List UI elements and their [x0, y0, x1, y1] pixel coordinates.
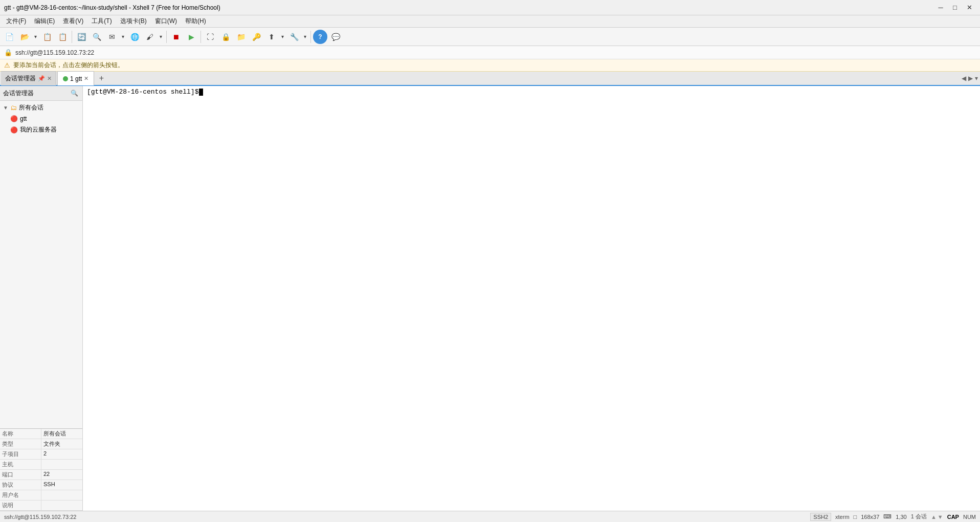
status-left: ssh://gtt@115.159.102.73:22 [4, 514, 76, 520]
menu-item-窗口W[interactable]: 窗口(W) [151, 16, 181, 27]
tab-1-label: 1 gtt [70, 75, 82, 82]
menu-item-文件F[interactable]: 文件(F) [2, 16, 30, 27]
separator-1 [72, 31, 72, 43]
maximize-button[interactable]: □ [948, 3, 962, 13]
main-content: 会话管理器 🔍 ▼ 🗂 所有会话 🔴 gtt 🔴 我的云服务器 名 [0, 86, 980, 511]
title-text: gtt - gtt@VM-28-16-centos:~/linux-study/… [4, 4, 220, 11]
menu-item-查看V[interactable]: 查看(V) [59, 16, 87, 27]
prompt-text: [gtt@VM-28-16-centos shell]$ [87, 88, 198, 96]
keyboard-icon: ⌨ [883, 513, 892, 520]
properties-table: 名称所有会话类型文件夹子项目2主机端口22协议SSH用户名说明 [0, 429, 82, 511]
status-right: SSH2 xterm □ 168x37 ⌨ 1,30 1 会话 ▲ ▼ CAP … [810, 513, 976, 521]
toolbar: 📄 📂 ▾ 📋 📋 🔄 🔍 ✉ ▾ 🌐 🖌 ▾ ⏹ ▶ ⛶ 🔒 📁 🔑 ⬆ ▾ … [0, 28, 980, 46]
record-button[interactable]: ▶ [184, 30, 198, 44]
status-num: NUM [963, 514, 976, 520]
tree-area: ▼ 🗂 所有会话 🔴 gtt 🔴 我的云服务器 [0, 101, 82, 428]
prop-key-类型: 类型 [0, 439, 41, 449]
new-session-button[interactable]: 📄 [2, 30, 16, 44]
status-arrows: ▲ ▼ [931, 514, 943, 520]
prop-value-说明 [41, 501, 83, 511]
tools-button[interactable]: 🔧 [287, 30, 301, 44]
comment-button[interactable]: 💬 [328, 30, 343, 44]
open-button[interactable]: 📂 [17, 30, 32, 44]
globe-button[interactable]: 🌐 [127, 30, 142, 44]
prop-value-名称: 所有会话 [41, 429, 83, 439]
transfer-button[interactable]: ⬆ [264, 30, 279, 44]
fullscreen-button[interactable]: ⛶ [203, 30, 217, 44]
tools-dropdown[interactable]: ▾ [301, 30, 308, 44]
terminal-prompt: [gtt@VM-28-16-centos shell]$ [87, 88, 976, 96]
tab-1-close[interactable]: ✕ [84, 75, 88, 82]
prop-value-子项目: 2 [41, 449, 83, 460]
globe-group: 🌐 [127, 30, 142, 44]
separator-4 [310, 31, 311, 43]
pin-icon[interactable]: 📌 [38, 75, 45, 82]
tab-scroll-left[interactable]: ◀ [962, 75, 966, 82]
prop-value-协议: SSH [41, 480, 83, 490]
terminal-area[interactable]: [gtt@VM-28-16-centos shell]$ [83, 86, 980, 511]
transfer-group: ⬆ ▾ [264, 30, 286, 44]
tree-node-all-sessions[interactable]: ▼ 🗂 所有会话 [0, 102, 82, 114]
paste-button[interactable]: 📋 [55, 30, 70, 44]
status-position: 1,30 [896, 514, 906, 520]
session-manager-tab[interactable]: 会话管理器 📌 ✕ [1, 71, 56, 85]
window-controls: ─ □ ✕ [934, 3, 976, 13]
separator-2 [166, 31, 167, 43]
menu-item-选项卡B[interactable]: 选项卡(B) [116, 16, 151, 27]
close-button[interactable]: ✕ [963, 3, 976, 13]
brush-button[interactable]: 🖌 [143, 30, 157, 44]
prop-key-主机: 主机 [0, 460, 41, 470]
prop-value-用户名 [41, 490, 83, 501]
info-icon: ⚠ [4, 61, 10, 69]
tree-node-cloud-servers[interactable]: 🔴 我的云服务器 [0, 124, 82, 136]
menu-item-编辑E[interactable]: 编辑(E) [30, 16, 59, 27]
prop-key-子项目: 子项目 [0, 449, 41, 460]
menu-item-工具T[interactable]: 工具(T) [87, 16, 116, 27]
status-cap: CAP [947, 514, 959, 520]
status-address: ssh://gtt@115.159.102.73:22 [4, 514, 76, 520]
gtt-label: gtt [20, 115, 27, 122]
tab-dropdown[interactable]: ▾ [975, 75, 978, 82]
terminal-icon: □ [854, 514, 857, 520]
brush-dropdown[interactable]: ▾ [157, 30, 164, 44]
script-button[interactable]: 🔑 [249, 30, 263, 44]
help-button[interactable]: ? [313, 30, 327, 44]
info-bar: ⚠ 要添加当前会话，点击左侧的箭头按钮。 [0, 59, 980, 72]
folder-open-button[interactable]: 📁 [234, 30, 248, 44]
open-dropdown[interactable]: ▾ [32, 30, 39, 44]
sidebar-search-icon[interactable]: 🔍 [69, 88, 79, 98]
transfer-dropdown[interactable]: ▾ [279, 30, 286, 44]
folder-icon-all: 🗂 [10, 104, 17, 112]
brush-group: 🖌 ▾ [143, 30, 164, 44]
arrow-up-icon[interactable]: ▲ [931, 514, 937, 520]
address-bar: 🔒 ssh://gtt@115.159.102.73:22 [0, 46, 980, 59]
tab-1-gtt[interactable]: 1 gtt ✕ [57, 71, 94, 85]
prop-value-主机 [41, 460, 83, 470]
server-icon-gtt: 🔴 [10, 115, 18, 122]
reconnect-group: 🔄 [74, 30, 88, 44]
lock-button[interactable]: 🔒 [218, 30, 233, 44]
prop-value-端口: 22 [41, 470, 83, 480]
cursor-block [199, 89, 203, 96]
tab-add-button[interactable]: + [95, 73, 107, 84]
cloud-servers-label: 我的云服务器 [20, 125, 57, 134]
sidebar: 会话管理器 🔍 ▼ 🗂 所有会话 🔴 gtt 🔴 我的云服务器 名 [0, 86, 83, 511]
menu-bar: 文件(F)编辑(E)查看(V)工具(T)选项卡(B)窗口(W)帮助(H) [0, 15, 980, 28]
compose-button[interactable]: ✉ [105, 30, 119, 44]
tab-scroll-right[interactable]: ▶ [968, 75, 973, 82]
reconnect-button[interactable]: 🔄 [74, 30, 88, 44]
tree-node-gtt[interactable]: 🔴 gtt [0, 114, 82, 124]
search-button[interactable]: 🔍 [90, 30, 104, 44]
arrow-down-icon[interactable]: ▼ [938, 514, 943, 520]
lock-icon: 🔒 [4, 49, 12, 56]
menu-item-帮助H[interactable]: 帮助(H) [181, 16, 210, 27]
open-group: 📂 ▾ [17, 30, 39, 44]
compose-dropdown[interactable]: ▾ [119, 30, 126, 44]
session-mgr-label: 会话管理器 [5, 74, 36, 83]
stop-button[interactable]: ⏹ [169, 30, 183, 44]
prop-key-端口: 端口 [0, 470, 41, 480]
status-dimensions: 168x37 [861, 514, 879, 520]
minimize-button[interactable]: ─ [934, 3, 947, 13]
copy-button[interactable]: 📋 [40, 30, 54, 44]
session-mgr-close[interactable]: ✕ [47, 75, 52, 82]
